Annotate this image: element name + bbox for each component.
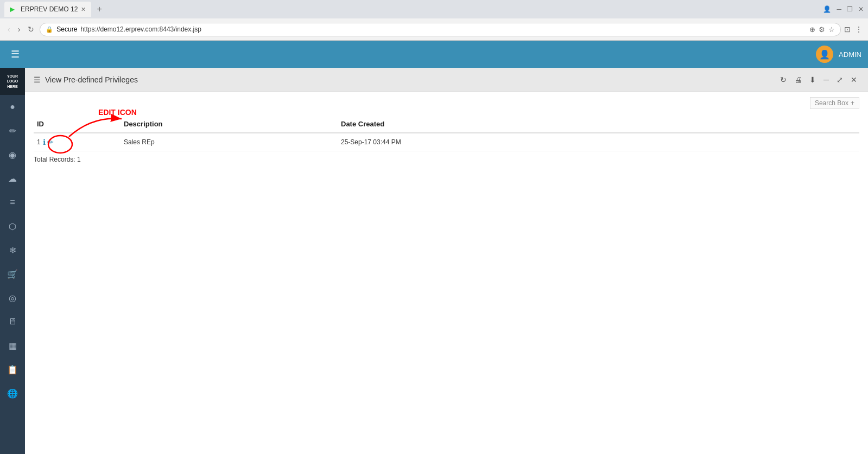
print-action-btn[interactable]: 🖨 [792, 74, 804, 85]
sidebar-item-dashboard[interactable]: ● [0, 95, 25, 119]
col-id: ID [34, 116, 121, 133]
search-box-label: Search Box [815, 99, 848, 107]
total-records: Total Records: 1 [34, 156, 859, 163]
search-row: Search Box + [34, 97, 859, 109]
hamburger-button[interactable]: ☰ [7, 46, 24, 62]
sidebar-item-cart[interactable]: 🛒 [0, 262, 25, 286]
window-controls: 👤 ─ ❐ ✕ [823, 5, 864, 13]
search-box-plus-icon: + [851, 99, 854, 107]
browser-addressbar: ‹ › ↻ 🔒 Secure https://demo12.erprev.com… [0, 18, 868, 40]
sidebar-item-doc[interactable]: 📋 [0, 357, 25, 381]
user-avatar: 👤 [816, 46, 833, 63]
annotation-container: ℹ ✏ [43, 138, 54, 146]
sidebar-item-circle[interactable]: ◎ [0, 286, 25, 310]
url-text: https://demo12.erprev.com:8443/index.jsp [80, 25, 806, 33]
browser-chrome: ▶ ERPREV DEMO 12 ✕ + 👤 ─ ❐ ✕ ‹ › ↻ 🔒 Sec… [0, 0, 868, 41]
secure-icon: 🔒 [46, 26, 53, 33]
address-right-icons: ⊕ ⚙ ☆ [809, 25, 835, 34]
browser-tab[interactable]: ▶ ERPREV DEMO 12 ✕ [4, 2, 91, 17]
table-row: 1 ℹ ✏ [34, 133, 859, 151]
top-bar: ☰ 👤 ADMIN [0, 41, 868, 68]
expand-action-btn[interactable]: ⤢ [834, 74, 845, 85]
cast-icon[interactable]: ⊡ [844, 25, 851, 34]
col-description: Description [121, 116, 338, 133]
top-bar-right: 👤 ADMIN [816, 46, 861, 63]
list-icon: ☰ [34, 75, 41, 84]
search-box-area[interactable]: Search Box + [810, 97, 859, 109]
logo-area: YOUR LOGO HERE [0, 68, 25, 95]
page-title: View Pre-defined Privileges [45, 75, 138, 84]
username-label: ADMIN [839, 50, 861, 59]
table-body: 1 ℹ ✏ [34, 133, 859, 151]
page-title-row: ☰ View Pre-defined Privileges [34, 75, 138, 84]
back-button[interactable]: ‹ [5, 24, 12, 35]
sidebar-item-hex[interactable]: ⬡ [0, 214, 25, 238]
sidebar-item-grid[interactable]: ▦ [0, 334, 25, 357]
sidebar-item-snowflake[interactable]: ❄ [0, 238, 25, 262]
col-date-created: Date Created [338, 116, 859, 133]
address-bar[interactable]: 🔒 Secure https://demo12.erprev.com:8443/… [40, 23, 841, 36]
info-button[interactable]: ℹ [43, 138, 46, 146]
sidebar: YOUR LOGO HERE ● ✏ ◉ ☁ ≡ ⬡ ❄ 🛒 ◎ 🖥 ▦ 📋 🌐 [0, 68, 25, 454]
sidebar-item-edit[interactable]: ✏ [0, 119, 25, 143]
browser-extra-icons: ⊡ ⋮ [844, 25, 863, 34]
refresh-button[interactable]: ↻ [26, 24, 36, 35]
refresh-action-btn[interactable]: ↻ [778, 74, 789, 85]
content-area: ☰ View Pre-defined Privileges ↻ 🖨 ⬇ ─ ⤢ … [25, 68, 868, 454]
forward-button[interactable]: › [16, 24, 23, 35]
download-action-btn[interactable]: ⬇ [807, 74, 818, 85]
sidebar-item-monitor[interactable]: 🖥 [0, 310, 25, 334]
main-layout: YOUR LOGO HERE ● ✏ ◉ ☁ ≡ ⬡ ❄ 🛒 ◎ 🖥 ▦ 📋 🌐… [0, 68, 868, 454]
new-tab-button[interactable]: + [93, 3, 105, 15]
profile-icon[interactable]: 👤 [823, 5, 831, 13]
tab-close-btn[interactable]: ✕ [81, 6, 86, 13]
cell-description: Sales REp [121, 133, 338, 151]
tab-favicon: ▶ [10, 5, 17, 13]
app-wrapper: ☰ 👤 ADMIN YOUR LOGO HERE ● ✏ ◉ ☁ ≡ ⬡ ❄ 🛒… [0, 41, 868, 454]
star-icon[interactable]: ☆ [828, 25, 835, 34]
minimize-action-btn[interactable]: ─ [821, 74, 831, 85]
browser-titlebar: ▶ ERPREV DEMO 12 ✕ + 👤 ─ ❐ ✕ [0, 0, 868, 18]
sidebar-item-globe[interactable]: 🌐 [0, 381, 25, 405]
secure-label: Secure [56, 25, 77, 33]
content-body: Search Box + ID Description Date Created [25, 92, 868, 454]
edit-button[interactable]: ✏ [47, 138, 54, 146]
header-actions: ↻ 🖨 ⬇ ─ ⤢ ✕ [778, 74, 859, 85]
menu-icon[interactable]: ⋮ [855, 25, 863, 34]
row-id-value: 1 [37, 138, 41, 146]
table-header-row: ID Description Date Created [34, 116, 859, 133]
minimize-button[interactable]: ─ [837, 5, 841, 13]
cell-date-created: 25-Sep-17 03:44 PM [338, 133, 859, 151]
sidebar-item-cloud[interactable]: ☁ [0, 167, 25, 190]
tab-title: ERPREV DEMO 12 [21, 5, 78, 13]
content-header: ☰ View Pre-defined Privileges ↻ 🖨 ⬇ ─ ⤢ … [25, 68, 868, 92]
location-icon: ⊕ [809, 25, 815, 34]
sidebar-item-list[interactable]: ≡ [0, 190, 25, 214]
cell-id: 1 ℹ ✏ [34, 133, 121, 151]
table-header: ID Description Date Created [34, 116, 859, 133]
restore-button[interactable]: ❐ [847, 5, 853, 13]
close-action-btn[interactable]: ✕ [848, 74, 859, 85]
close-button[interactable]: ✕ [858, 5, 864, 13]
sidebar-item-view[interactable]: ◉ [0, 143, 25, 167]
tune-icon: ⚙ [819, 25, 825, 34]
data-table: ID Description Date Created 1 [34, 116, 859, 151]
